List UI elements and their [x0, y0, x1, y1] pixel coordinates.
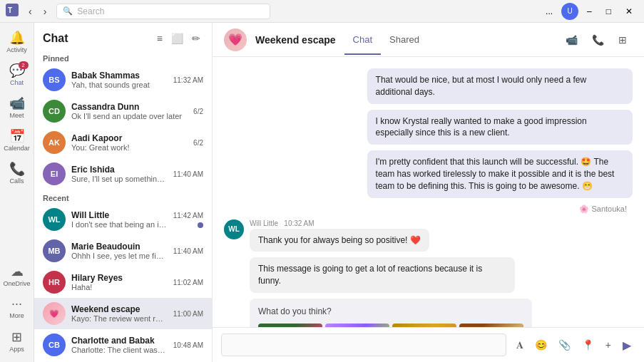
chat-item-time: 11:40 AM	[173, 247, 203, 255]
sidebar-item-activity[interactable]: 🔔 Activity	[3, 26, 31, 57]
avatar[interactable]: U	[561, 3, 578, 20]
chat-item-name: Cassandra Dunn	[71, 102, 188, 112]
more-options-button[interactable]: ⊞	[613, 31, 633, 49]
sidebar-item-label: Chat	[10, 79, 24, 86]
apps-icon: ⊞	[11, 329, 22, 345]
list-item[interactable]: AK Aadi Kapoor You: Great work! 6/2	[34, 127, 212, 158]
chat-item-time: 11:32 AM	[173, 76, 203, 84]
list-item[interactable]: HR Hilary Reyes Haha! 11:02 AM	[34, 267, 212, 298]
message-card: What do you think? Thought these images …	[250, 299, 532, 327]
messages-area: That would be nice, but at most I would …	[213, 57, 644, 327]
sidebar-item-chat[interactable]: 💬 Chat 2	[3, 58, 31, 90]
more-options-button[interactable]: ...	[540, 4, 558, 19]
left-nav: 🔔 Activity 💬 Chat 2 📹 Meet 📅 Calendar 📞 …	[0, 23, 34, 362]
pinned-section-label: Pinned	[34, 50, 212, 64]
onedrive-icon: ☁	[11, 264, 24, 279]
sidebar-item-label: Activity	[6, 46, 27, 53]
sidebar-item-onedrive[interactable]: ☁ OneDrive	[3, 259, 31, 291]
chat-item-preview: Haha!	[71, 283, 168, 291]
attachment-button[interactable]: 📎	[554, 336, 575, 353]
location-button[interactable]: 📍	[578, 336, 598, 353]
sidebar-item-calendar[interactable]: 📅 Calendar	[3, 124, 31, 155]
video-call-button[interactable]: 📹	[560, 31, 583, 49]
calls-icon: 📞	[9, 161, 25, 177]
compose-button[interactable]: ✏	[189, 30, 203, 47]
app-logo: T	[6, 4, 19, 19]
message-content: That would be nice, but at most I would …	[367, 68, 633, 104]
sidebar-item-more[interactable]: ··· More	[3, 292, 31, 324]
chat-list-scroll: Pinned BS Babak Shammas Yah, that sounds…	[34, 50, 212, 362]
window-controls: ... U – □ ✕	[540, 3, 638, 20]
chat-item-name: Will Little	[71, 210, 168, 220]
chat-item-time: 6/2	[193, 139, 203, 147]
compose-input[interactable]	[221, 333, 506, 356]
format-button[interactable]: 𝐀	[512, 336, 528, 354]
chat-group-avatar: 💗	[224, 29, 247, 51]
sidebar-item-label: More	[9, 312, 24, 319]
chat-group-name: Weekend escape	[255, 34, 336, 46]
list-item[interactable]: CD Cassandra Dunn Ok I'll send an update…	[34, 95, 212, 127]
chat-list-header: Chat ≡ ⬜ ✏	[34, 23, 212, 50]
tab-shared[interactable]: Shared	[381, 24, 428, 55]
chat-item-preview: I don't see that being an issue, can tak…	[71, 220, 168, 229]
list-item[interactable]: MB Marie Beaudouin Ohhh I see, yes let m…	[34, 235, 212, 267]
unread-indicator	[198, 222, 203, 228]
list-item[interactable]: WL Will Little I don't see that being an…	[34, 204, 212, 235]
filter-button[interactable]: ≡	[154, 30, 165, 47]
message-bubble: I know Krystal really wanted to make a g…	[367, 110, 633, 145]
more-icon: ···	[11, 296, 22, 311]
list-item[interactable]: BS Babak Shammas Yah, that sounds great …	[34, 64, 212, 95]
avatar: MB	[43, 239, 66, 262]
more-actions-button[interactable]: +	[601, 336, 615, 353]
minimize-button[interactable]: –	[581, 4, 598, 19]
chat-item-preview: Charlotte: The client was pretty happy w…	[71, 346, 168, 354]
message-row: What do you think? Thought these images …	[224, 299, 633, 327]
tab-chat[interactable]: Chat	[344, 24, 381, 55]
send-button[interactable]: ▶	[618, 336, 635, 355]
message-row: I know Krystal really wanted to make a g…	[224, 110, 633, 145]
calendar-icon: 📅	[9, 128, 25, 144]
list-item[interactable]: 💗 Weekend escape Kayo: The review went r…	[34, 298, 212, 329]
nav-arrows: ‹ ›	[24, 4, 51, 19]
video-chat-button[interactable]: ⬜	[168, 30, 186, 47]
message-row: That would be nice, but at most I would …	[224, 68, 633, 104]
avatar: CD	[43, 100, 66, 123]
sidebar-item-meet[interactable]: 📹 Meet	[3, 91, 31, 123]
list-item[interactable]: CB Charlotte and Babak Charlotte: The cl…	[34, 329, 212, 361]
audio-call-button[interactable]: 📞	[586, 31, 610, 49]
message-bubble: Thank you for always being so positive! …	[250, 229, 429, 252]
search-bar[interactable]: 🔍 Search	[56, 4, 270, 19]
avatar: CB	[43, 333, 66, 356]
chat-item-time: 11:00 AM	[173, 310, 203, 318]
forward-button[interactable]: ›	[39, 4, 51, 19]
message-bubble: This message is going to get a lot of re…	[250, 257, 515, 293]
back-button[interactable]: ‹	[24, 4, 36, 19]
message-content: I know Krystal really wanted to make a g…	[367, 110, 633, 145]
chat-item-time: 11:02 AM	[173, 279, 203, 286]
chat-item-time: 6/2	[193, 108, 203, 115]
meet-icon: 📹	[9, 95, 25, 111]
message-row: I'm pretty confident that this launch wi…	[224, 150, 633, 197]
compose-bar: 𝐀 😊 📎 📍 + ▶	[213, 327, 644, 362]
chat-item-time: 11:42 AM	[173, 212, 203, 219]
maximize-button[interactable]: □	[600, 4, 617, 19]
chat-list-panel: Chat ≡ ⬜ ✏ Pinned BS Babak Shammas Yah, …	[34, 23, 213, 362]
avatar: BS	[43, 68, 66, 91]
sidebar-item-label: OneDrive	[3, 280, 30, 287]
chat-item-name: Hilary Reyes	[71, 273, 168, 283]
title-bar: T ‹ › 🔍 Search ... U – □ ✕	[0, 0, 644, 23]
sender-label: 🌸 Santouka!	[224, 204, 633, 214]
sidebar-item-calls[interactable]: 📞 Calls	[3, 157, 31, 188]
emoji-button[interactable]: 😊	[531, 336, 551, 353]
svg-text:T: T	[8, 6, 12, 14]
sidebar-item-label: Meet	[9, 112, 24, 119]
close-button[interactable]: ✕	[620, 4, 638, 19]
chat-item-preview: Ohhh I see, yes let me fix that!	[71, 252, 168, 260]
list-item[interactable]: EI Eric Ishida Sure, I'll set up somethi…	[34, 158, 212, 190]
sidebar-item-apps[interactable]: ⊞ Apps	[3, 325, 31, 356]
chat-item-name: Babak Shammas	[71, 71, 168, 81]
chat-item-preview: Sure, I'll set up something for next wee…	[71, 175, 168, 183]
compose-actions: 𝐀 😊 📎 📍 + ▶	[512, 336, 635, 355]
chat-item-name: Charlotte and Babak	[71, 336, 168, 346]
sidebar-item-label: Calls	[9, 177, 24, 185]
